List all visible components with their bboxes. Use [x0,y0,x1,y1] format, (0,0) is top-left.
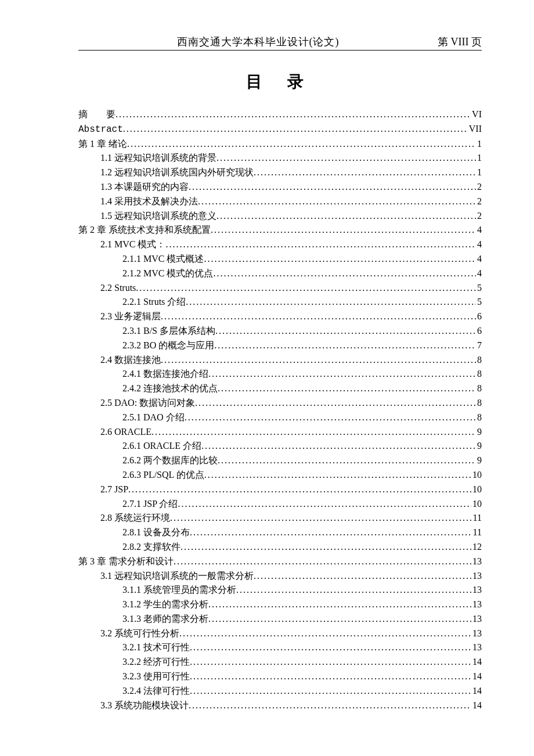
toc-entry-label: 2.6.1 ORACLE 介绍 [122,439,201,453]
toc-entry: 2.3 业务逻辑层 6 [78,309,482,324]
toc-entry-page: 8 [476,353,482,368]
toc-entry: 2.7.1 JSP 介绍 10 [78,497,482,512]
toc-dot-leader [217,151,476,165]
toc-entry-label: 2.7 JSP [100,483,128,497]
toc-entry-label: 1.5 远程知识培训系统的意义 [100,209,217,224]
toc-dot-leader [116,107,471,122]
toc-entry: 2.8.2 支撑软件 12 [78,540,482,555]
toc-entry-page: 5 [476,295,482,309]
toc-entry-label: 2.1 MVC 模式： [100,237,165,252]
toc-dot-leader [218,453,476,468]
toc-entry: 2.1 MVC 模式：4 [78,237,482,252]
toc-dot-leader [189,180,476,195]
toc-entry-label: 2.5.1 DAO 介绍 [122,411,185,425]
toc-entry: 2.5 DAO: 数据访问对象 8 [78,396,482,411]
toc-entry-page: 14 [471,669,482,684]
table-of-contents: 摘 要VIAbstractVII第 1 章 绪论11.1 远程知识培训系统的背景… [78,107,482,712]
toc-entry-page: 13 [471,627,482,641]
toc-entry-page: 8 [476,411,482,425]
toc-entry-label: 第 2 章 系统技术支持和系统配置 [78,223,211,237]
toc-entry: 3.1.2 学生的需求分析13 [78,597,482,612]
toc-entry: 2.3.1 B/S 多层体系结构 6 [78,324,482,339]
toc-dot-leader [179,627,471,641]
toc-entry: 2.8 系统运行环境11 [78,511,482,525]
toc-dot-leader [213,267,476,281]
toc-entry-label: 2.6 ORACLE [100,425,151,440]
toc-entry-page: 4 [476,252,482,267]
toc-entry-label: 1.1 远程知识培训系统的背景 [100,151,217,165]
toc-entry-label: 2.2.1 Struts 介绍 [122,295,186,309]
toc-dot-leader [208,597,471,612]
toc-entry-label: 2.3.2 BO 的概念与应用 [122,339,214,353]
toc-entry-label: 2.3 业务逻辑层 [100,309,161,324]
toc-entry-label: 第 1 章 绪论 [78,137,127,152]
toc-entry-label: 2.8 系统运行环境 [100,511,170,525]
toc-entry-page: 4 [476,267,482,281]
toc-dot-leader [201,439,476,453]
toc-entry: 2.6 ORACLE 9 [78,425,482,440]
toc-dot-leader [128,483,471,497]
toc-entry-page: 9 [476,439,482,453]
toc-dot-leader [214,339,476,353]
toc-entry-label: 2.1.1 MVC 模式概述 [122,252,204,267]
toc-dot-leader [217,209,476,224]
toc-entry-page: 9 [476,453,482,468]
toc-entry-label: 3.2.4 法律可行性 [122,684,190,699]
toc-dot-leader [204,252,476,267]
toc-entry-label: Abstract [78,123,123,137]
toc-entry-page: 13 [471,569,482,584]
toc-entry-page: 10 [471,497,482,512]
toc-entry: 1.4 采用技术及解决办法 2 [78,195,482,209]
toc-entry-page: 13 [471,640,482,655]
toc-dot-leader [170,511,472,525]
toc-entry-page: VI [471,107,482,122]
toc-dot-leader [190,655,471,669]
toc-entry-label: 2.4 数据连接池 [100,353,161,368]
document-page: 西南交通大学本科毕业设计(论文) 第 VIII 页 目 录 摘 要VIAbstr… [0,0,534,756]
toc-entry-page: 13 [471,612,482,627]
toc-entry-page: 8 [476,381,482,396]
toc-entry: 2.1.1 MVC 模式概述 4 [78,252,482,267]
toc-entry-page: 2 [476,209,482,224]
toc-entry: 2.4.2 连接池技术的优点8 [78,381,482,396]
toc-dot-leader [254,165,476,180]
toc-dot-leader [151,425,476,440]
toc-entry-label: 3.3 系统功能模块设计 [100,699,189,713]
toc-entry-page: 14 [471,699,482,713]
toc-entry-label: 1.3 本课题研究的内容 [100,180,189,195]
toc-entry-label: 2.1.2 MVC 模式的优点 [122,267,213,281]
toc-entry: 2.8.1 设备及分布 11 [78,525,482,540]
toc-dot-leader [195,396,476,411]
toc-entry-page: 1 [476,151,482,165]
toc-dot-leader [218,381,476,396]
toc-dot-leader [190,669,471,684]
toc-entry: 3.2.3 使用可行性14 [78,669,482,684]
toc-entry-page: 2 [476,180,482,195]
toc-entry: 3.1 远程知识培训系统的一般需求分析13 [78,569,482,584]
toc-title: 目 录 [78,71,482,93]
toc-entry: 1.2 远程知识培训系统国内外研究现状 1 [78,165,482,180]
toc-entry-label: 摘 要 [78,107,116,122]
toc-entry: 2.6.2 两个数据库的比较9 [78,453,482,468]
toc-entry-label: 2.6.2 两个数据库的比较 [122,453,218,468]
toc-entry-page: 4 [476,223,482,237]
toc-entry-page: 6 [476,309,482,324]
toc-dot-leader [204,468,471,483]
toc-entry: 3.2.4 法律可行性14 [78,684,482,699]
toc-entry: 2.4.1 数据连接池介绍8 [78,367,482,381]
toc-entry-page: 13 [471,597,482,612]
toc-entry: 2.5.1 DAO 介绍 8 [78,411,482,425]
toc-entry-label: 2.3.1 B/S 多层体系结构 [122,324,215,339]
toc-dot-leader [208,612,471,627]
toc-entry: 2.3.2 BO 的概念与应用 7 [78,339,482,353]
toc-dot-leader [185,411,476,425]
toc-entry: 2.2.1 Struts 介绍 5 [78,295,482,309]
toc-dot-leader [236,583,471,597]
toc-dot-leader [186,295,476,309]
toc-entry-page: 8 [476,396,482,411]
toc-entry-page: 11 [472,525,482,540]
toc-dot-leader [190,640,471,655]
toc-entry-label: 3.1 远程知识培训系统的一般需求分析 [100,569,254,584]
toc-dot-leader [208,367,476,381]
toc-entry-label: 3.2.1 技术可行性 [122,640,190,655]
